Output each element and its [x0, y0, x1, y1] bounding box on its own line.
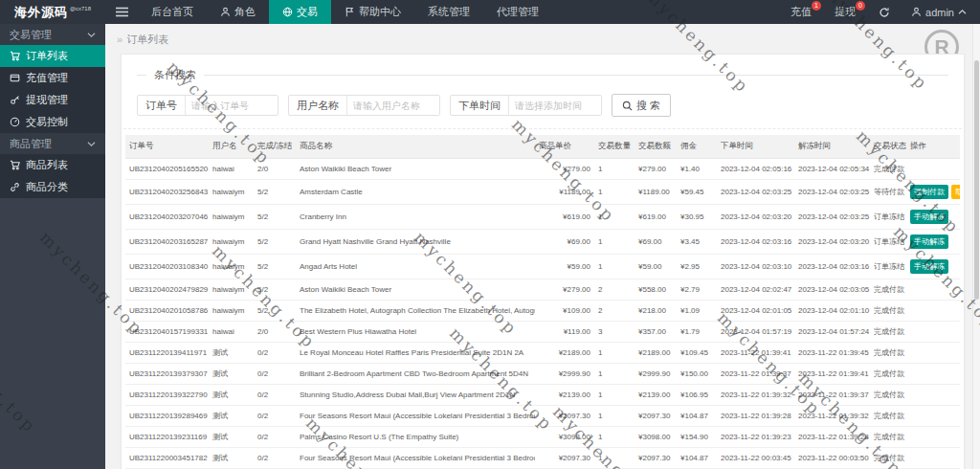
column-header-order_no: 订单号: [125, 135, 209, 159]
sidebar-item-label: 提现管理: [26, 93, 68, 107]
cell-commission: ¥2.95: [677, 255, 717, 279]
sidebar-item-goods-list[interactable]: 商品列表: [0, 154, 105, 176]
brand[interactable]: 海外源码 @cx718: [0, 0, 105, 24]
cell-product: Palms Casino Resort U.S (The Empathy Sui…: [296, 427, 535, 448]
cell-ratio: 5/2: [254, 255, 296, 279]
sidebar-item-recharge[interactable]: 充值管理: [0, 67, 105, 89]
cell-order_no: UB2312040201058786: [125, 301, 209, 322]
topnav-item-roles[interactable]: 角色: [207, 0, 269, 24]
cell-unit_price: ¥2189.00: [535, 343, 594, 364]
topnav-item-system[interactable]: 系统管理: [414, 0, 483, 24]
scrollbar[interactable]: [972, 24, 980, 469]
order-no-input[interactable]: [186, 96, 278, 115]
column-header-commission: 佣金: [677, 135, 717, 159]
sidebar-item-label: 商品分类: [26, 180, 68, 194]
cell-status: 订单冻结: [870, 230, 906, 255]
cell-commission: ¥154.90: [677, 427, 717, 448]
sidebar-item-label: 交易控制: [26, 115, 68, 129]
sidebar: 交易管理 订单列表 充值管理 提现管理 交: [0, 24, 105, 469]
order-time-field-label: 下单时间: [451, 96, 509, 115]
cell-commission: ¥2.79: [677, 279, 717, 301]
cell-qty: 1: [594, 406, 635, 427]
cell-order_no: UB2311220139379307: [125, 364, 209, 385]
cell-user: haiwaiym: [209, 255, 254, 279]
cell-order_time: 2023-12-04 02:01:05: [717, 301, 794, 322]
cell-qty: 1: [594, 159, 635, 180]
cell-actions: [906, 427, 960, 448]
cell-order_no: UB2311220139322790: [125, 385, 209, 406]
cell-order_no: UB2311220139231169: [125, 427, 209, 448]
username-field-group: 用户名称: [288, 95, 440, 116]
action-button[interactable]: 强制付款: [910, 185, 948, 199]
topnav-item-trade[interactable]: 交易: [269, 0, 331, 24]
cell-amount: ¥2097.30: [635, 406, 677, 427]
chevron-up-icon: [958, 9, 967, 15]
cell-qty: 1: [594, 343, 635, 364]
cell-commission: ¥30.95: [677, 205, 717, 230]
user-icon: [911, 7, 922, 17]
sidebar-toggle-button[interactable]: [105, 0, 138, 24]
column-header-status: 交易状态: [870, 135, 906, 159]
cell-amount: ¥2999.90: [635, 364, 677, 385]
refresh-icon: [879, 7, 890, 18]
column-header-user: 用户名: [209, 135, 254, 159]
cell-unit_price: ¥69.00: [535, 230, 594, 255]
cell-product: Aston Waikiki Beach Tower: [296, 279, 535, 301]
sidebar-item-withdraw[interactable]: 提现管理: [0, 89, 105, 111]
cell-amount: ¥3098.00: [635, 427, 677, 448]
topnav-item-agent[interactable]: 代理管理: [483, 0, 552, 24]
topnav-item-help[interactable]: 帮助中心: [331, 0, 414, 24]
cell-unfreeze_time: 2023-12-04 02:03:25: [794, 205, 870, 230]
cell-ratio: 0/2: [254, 427, 296, 448]
cell-commission: ¥150.00: [677, 364, 717, 385]
cell-user: haiwaiym: [209, 180, 254, 205]
cell-status: 完成付款: [870, 322, 906, 343]
sidebar-group-trade[interactable]: 交易管理: [0, 24, 105, 45]
action-button[interactable]: 手动解冻: [910, 234, 948, 249]
cell-amount: ¥1189.00: [635, 180, 677, 205]
withdraw-link[interactable]: 提现 0: [823, 0, 867, 24]
cell-unit_price: ¥2999.90: [535, 364, 594, 385]
sidebar-item-trade-control[interactable]: 交易控制: [0, 111, 105, 133]
table-row: UB2311220139322790测试0/2Stunning Studio,A…: [125, 385, 960, 406]
card-icon: [10, 73, 20, 83]
cell-qty: 1: [594, 427, 635, 448]
cell-unit_price: ¥619.00: [535, 205, 594, 230]
table-header-row: 订单号用户名完成/冻结商品名称商品单价交易数量交易数额佣金下单时间解冻时间交易状…: [125, 135, 960, 159]
username-input[interactable]: [347, 96, 439, 115]
cell-qty: 2: [594, 301, 635, 322]
user-menu[interactable]: admin: [902, 0, 980, 24]
username-field-label: 用户名称: [289, 96, 347, 115]
sidebar-group-goods[interactable]: 商品管理: [0, 133, 105, 154]
key-icon: [10, 95, 20, 105]
cell-actions: [906, 301, 960, 322]
sidebar-group-label: 商品管理: [10, 137, 52, 151]
action-button[interactable]: 取消订单: [951, 185, 960, 199]
recharge-link[interactable]: 充值 1: [779, 0, 823, 24]
scrollbar-thumb[interactable]: [974, 60, 979, 300]
cell-unit_price: ¥1189.00: [535, 180, 594, 205]
cell-status: 完成付款: [870, 364, 906, 385]
recharge-badge: 1: [812, 1, 821, 11]
sidebar-item-goods-category[interactable]: 商品分类: [0, 176, 105, 198]
cell-actions: [906, 448, 960, 469]
cell-unfreeze_time: 2023-12-04 02:03:20: [794, 230, 870, 255]
cell-user: haiwaiym: [209, 279, 254, 301]
topnav-label: 帮助中心: [359, 5, 401, 19]
order-time-input[interactable]: [509, 96, 601, 115]
cell-order_time: 2023-12-04 02:05:16: [717, 159, 794, 180]
action-button[interactable]: 手动解冻: [910, 259, 948, 274]
search-button[interactable]: 搜 索: [612, 94, 671, 117]
cell-qty: 3: [594, 322, 635, 343]
column-header-product: 商品名称: [296, 135, 535, 159]
table-row: UB2311220139289469测试0/2Four Seasons Reso…: [125, 406, 960, 427]
cell-ratio: 5/2: [254, 279, 296, 301]
cell-user: haiwaiym: [209, 230, 254, 255]
cell-unit_price: ¥2097.30: [535, 448, 594, 469]
cell-order_time: 2023-12-04 02:03:25: [717, 180, 794, 205]
sidebar-item-order-list[interactable]: 订单列表: [0, 45, 105, 67]
refresh-button[interactable]: [867, 0, 902, 24]
action-button[interactable]: 手动解冻: [910, 210, 948, 224]
cell-order_no: UB2312040205165520: [125, 159, 209, 180]
topnav-item-home[interactable]: 后台首页: [138, 0, 207, 24]
